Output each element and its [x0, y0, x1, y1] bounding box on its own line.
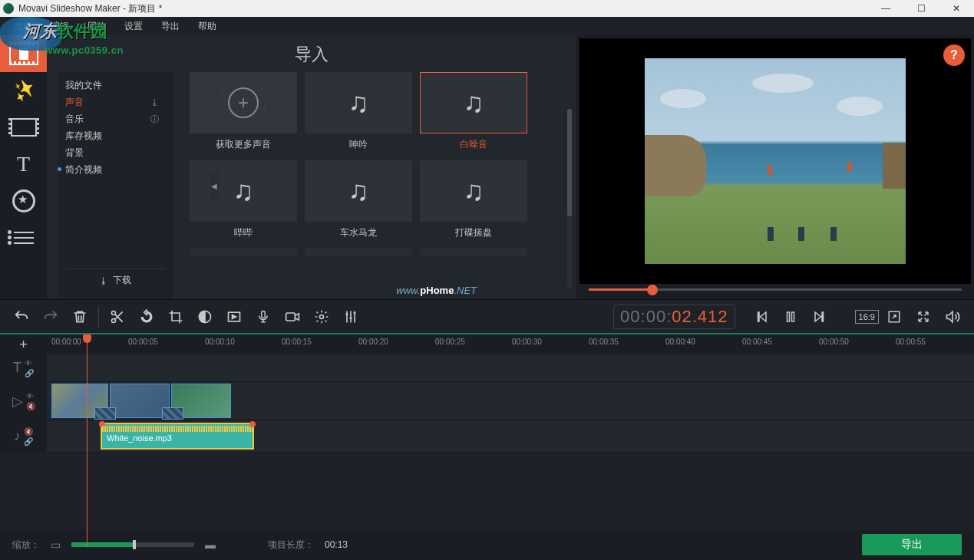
link-icon[interactable]: 🔗 — [24, 437, 33, 446]
plus-icon: + — [228, 87, 259, 118]
delete-button[interactable] — [66, 303, 94, 331]
video-track[interactable]: ▷👁🔇 — [0, 382, 974, 420]
editor-toolbar: 00:00:02.412 16:9 — [0, 299, 974, 334]
collapse-sidebar-button[interactable]: ◀ — [210, 170, 219, 201]
titles-tab[interactable]: T — [0, 146, 47, 183]
pause-button[interactable] — [777, 303, 804, 331]
import-tab[interactable] — [0, 35, 47, 72]
category-intro-video[interactable]: 简介视频 — [65, 161, 165, 178]
card-traffic[interactable]: ♫ 车水马龙 — [305, 160, 412, 239]
detach-preview-button[interactable] — [880, 303, 908, 331]
transition-wizard-button[interactable] — [220, 303, 248, 331]
video-clip-2[interactable] — [110, 384, 170, 418]
redo-button[interactable] — [37, 303, 64, 331]
equalizer-button[interactable] — [337, 303, 365, 331]
next-frame-button[interactable] — [806, 303, 834, 331]
media-category-list: 我的文件 声音⭳ 音乐ⓘ 库存视频 背景 简介视频 ⭳下载 — [58, 72, 173, 299]
add-track-button[interactable]: + — [0, 334, 47, 354]
undo-button[interactable] — [8, 303, 35, 331]
text-icon: T — [17, 152, 30, 176]
bottom-bar: 缩放： ▭ ▬ 项目长度： 00:13 导出 — [0, 529, 974, 560]
transition-1[interactable] — [94, 407, 116, 420]
card-scratch[interactable]: ♫ 打碟搓盘 — [420, 160, 527, 239]
title-track[interactable]: T👁🔗 — [0, 354, 974, 382]
window-title: Movavi Slideshow Maker - 新项目 * — [18, 2, 162, 15]
color-adjust-button[interactable] — [191, 303, 219, 331]
visibility-icon[interactable]: 👁 — [25, 359, 34, 367]
category-music[interactable]: 音乐ⓘ — [65, 110, 165, 127]
music-note-icon: ♫ — [348, 175, 369, 207]
card-beep[interactable]: ♫ 哔哔 — [190, 160, 297, 239]
timeline-tracks: T👁🔗 ▷👁🔇 ♪🔇🔗 White_noise.mp3 — [0, 354, 974, 529]
category-my-files[interactable]: 我的文件 — [65, 77, 165, 94]
media-grid: + 获取更多声音 ♫ 呻吟 ♫ 白噪音 — [173, 72, 576, 299]
download-button[interactable]: ⭳下载 — [65, 268, 165, 292]
category-stock-video[interactable]: 库存视频 — [65, 127, 165, 144]
music-note-icon: ♫ — [233, 175, 254, 207]
menu-edit[interactable]: 编辑 — [41, 17, 78, 35]
split-button[interactable] — [104, 303, 131, 331]
export-button[interactable]: 导出 — [862, 534, 962, 555]
audio-track-icon: ♪ — [14, 428, 21, 444]
wand-icon: ✨ — [8, 75, 39, 105]
title-bar: Movavi Slideshow Maker - 新项目 * — ☐ ✕ — [0, 0, 974, 17]
media-panel: 导入 我的文件 声音⭳ 音乐ⓘ 库存视频 背景 简介视频 ⭳下载 ◀ + — [47, 35, 576, 299]
preview-seekbar[interactable] — [576, 284, 974, 299]
transitions-tab[interactable] — [0, 109, 47, 146]
music-note-icon: ♫ — [464, 175, 484, 207]
filters-tab[interactable]: ✨ — [0, 72, 47, 109]
mute-icon[interactable]: 🔇 — [24, 427, 33, 436]
menu-export[interactable]: 导出 — [152, 17, 189, 35]
mute-icon[interactable]: 🔇 — [26, 402, 35, 410]
clip-properties-button[interactable] — [308, 303, 335, 331]
prev-frame-button[interactable] — [748, 303, 775, 331]
zoom-out-icon[interactable]: ▭ — [51, 539, 61, 551]
stickers-tab[interactable] — [0, 183, 47, 219]
microphone-button[interactable] — [249, 303, 277, 331]
transition-2[interactable] — [162, 407, 183, 420]
rotate-button[interactable] — [133, 303, 160, 331]
preview-viewport[interactable] — [579, 38, 971, 284]
help-button[interactable]: ? — [943, 44, 965, 66]
close-button[interactable]: ✕ — [939, 0, 974, 17]
empty-track-area[interactable] — [0, 453, 974, 529]
info-icon[interactable]: ⓘ — [150, 110, 159, 127]
camera-button[interactable] — [279, 303, 306, 331]
music-note-icon: ♫ — [348, 87, 369, 119]
zoom-in-icon[interactable]: ▬ — [205, 539, 216, 551]
minimize-button[interactable]: — — [868, 0, 903, 17]
svg-rect-5 — [286, 313, 296, 321]
zoom-label: 缩放： — [12, 539, 40, 552]
link-icon[interactable]: 🔗 — [25, 369, 34, 377]
menu-file[interactable]: 文件 — [5, 17, 41, 35]
category-sounds[interactable]: 声音⭳ — [65, 94, 165, 110]
text-track-icon: T — [13, 360, 21, 376]
crop-button[interactable] — [162, 303, 190, 331]
playhead[interactable] — [87, 334, 87, 546]
visibility-icon[interactable]: 👁 — [26, 392, 35, 400]
media-scrollbar[interactable] — [567, 109, 572, 288]
timeline-ruler[interactable]: + 00:00:00 00:00:05 00:00:10 00:00:15 00… — [0, 334, 974, 354]
volume-button[interactable] — [939, 303, 966, 331]
audio-clip-white-noise[interactable]: White_noise.mp3 — [101, 423, 254, 450]
preview-image — [645, 58, 906, 264]
zoom-slider[interactable] — [71, 542, 194, 547]
menu-settings[interactable]: 设置 — [115, 17, 152, 35]
aspect-ratio-button[interactable]: 16:9 — [855, 310, 879, 324]
category-background[interactable]: 背景 — [65, 144, 165, 161]
more-tab[interactable] — [0, 219, 47, 256]
card-groan[interactable]: ♫ 呻吟 — [305, 72, 412, 151]
audio-track[interactable]: ♪🔇🔗 White_noise.mp3 — [0, 420, 974, 453]
transition-icon — [11, 118, 37, 137]
menu-help[interactable]: 帮助 — [189, 17, 226, 35]
card-white-noise[interactable]: ♫ 白噪音 — [420, 72, 527, 151]
svg-point-6 — [320, 315, 324, 318]
maximize-button[interactable]: ☐ — [903, 0, 939, 17]
fullscreen-button[interactable] — [910, 303, 937, 331]
timecode-display[interactable]: 00:00:02.412 — [613, 305, 735, 329]
card-get-more-sounds[interactable]: + 获取更多声音 — [190, 72, 297, 151]
project-duration-label: 项目长度： — [268, 539, 314, 552]
sticker-icon — [12, 189, 35, 212]
menu-playback[interactable]: 回放 — [78, 17, 115, 35]
download-icon[interactable]: ⭳ — [150, 94, 159, 110]
